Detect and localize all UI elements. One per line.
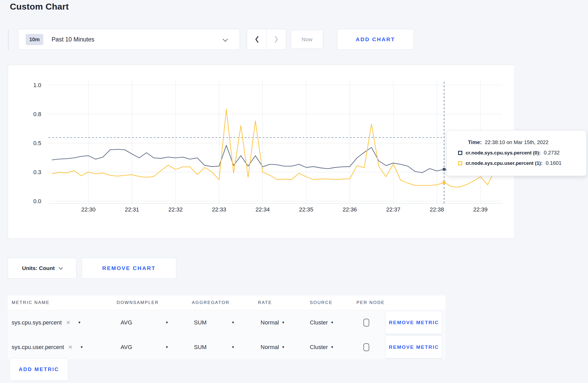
remove-metric-x-icon[interactable]: ✕	[66, 320, 71, 326]
downsampler-value: AVG	[121, 344, 132, 351]
remove-metric-button[interactable]: REMOVE METRIC	[385, 336, 443, 359]
tooltip-series-name: cr.node.sys.cpu.sys.percent (0):	[466, 150, 541, 156]
svg-text:22:35: 22:35	[299, 206, 313, 213]
series-sys-swatch-icon	[458, 151, 462, 155]
svg-text:22:36: 22:36	[342, 206, 357, 213]
svg-text:22:38: 22:38	[430, 206, 444, 213]
aggregator-select[interactable]: SUM ▼	[192, 344, 235, 351]
next-time-button[interactable]	[267, 29, 286, 49]
add-metric-button[interactable]: ADD METRIC	[10, 358, 68, 381]
caret-down-icon: ▼	[331, 321, 334, 324]
svg-text:22:30: 22:30	[81, 206, 95, 213]
col-header-rate: RATE	[258, 300, 310, 305]
now-button[interactable]: Now	[291, 30, 323, 49]
tooltip-time-value: 22:38:10 on Mar 15th, 2022	[485, 139, 549, 145]
col-header-metric-name: METRIC NAME	[12, 300, 117, 305]
chevron-down-icon	[223, 37, 228, 42]
source-select[interactable]: Cluster ▼	[310, 344, 334, 351]
table-row: sys.cpu.sys.percent ✕ ▼ AVG ▼ SUM ▼ Norm…	[8, 310, 445, 335]
svg-text:0.8: 0.8	[33, 111, 41, 117]
svg-text:22:39: 22:39	[473, 206, 487, 213]
remove-chart-button[interactable]: REMOVE CHART	[82, 258, 176, 279]
rate-value: Normal	[261, 344, 279, 351]
per-node-checkbox[interactable]	[363, 319, 369, 327]
svg-text:22:34: 22:34	[255, 206, 270, 213]
caret-down-icon: ▼	[165, 345, 169, 349]
tooltip-series-value: 0.2732	[544, 150, 559, 156]
svg-text:22:33: 22:33	[212, 206, 226, 213]
remove-metric-x-icon[interactable]: ✕	[68, 344, 73, 350]
units-dropdown[interactable]: Units: Count	[8, 258, 76, 279]
time-range-dropdown[interactable]: 10m Past 10 Minutes	[18, 29, 240, 50]
caret-down-icon: ▼	[282, 321, 285, 324]
col-header-per-node: PER NODE	[356, 300, 385, 305]
per-node-checkbox[interactable]	[363, 343, 369, 351]
metric-name-caret-icon[interactable]: ▼	[80, 345, 83, 349]
svg-text:22:31: 22:31	[125, 206, 139, 213]
add-chart-button[interactable]: ADD CHART	[337, 29, 414, 50]
svg-text:22:37: 22:37	[386, 206, 400, 213]
table-row: sys.cpu.user.percent ✕ ▼ AVG ▼ SUM ▼ Nor…	[8, 335, 445, 359]
metric-name-value[interactable]: sys.cpu.sys.percent	[12, 319, 62, 326]
aggregator-value: SUM	[194, 344, 207, 351]
metric-name-value[interactable]: sys.cpu.user.percent	[12, 344, 64, 351]
time-step-arrows	[247, 29, 286, 50]
source-select[interactable]: Cluster ▼	[310, 319, 334, 326]
downsampler-select[interactable]: AVG ▼	[117, 319, 169, 326]
caret-down-icon: ▼	[165, 321, 169, 324]
chart-card: 0.00.30.50.81.022:3022:3122:3222:3322:34…	[8, 65, 515, 238]
col-header-downsampler: DOWNSAMPLER	[117, 300, 192, 305]
tooltip-time-label: Time:	[468, 139, 482, 145]
chevron-right-icon	[274, 35, 279, 44]
downsampler-value: AVG	[121, 319, 132, 326]
downsampler-select[interactable]: AVG ▼	[117, 344, 169, 351]
time-range-label: Past 10 Minutes	[52, 36, 94, 43]
caret-down-icon: ▼	[331, 345, 334, 349]
tooltip-series-name: cr.node.sys.cpu.user.percent (1):	[466, 160, 543, 166]
rate-select[interactable]: Normal ▼	[258, 319, 285, 326]
aggregator-value: SUM	[194, 319, 207, 326]
chevron-down-icon	[59, 265, 63, 269]
series-user-swatch-icon	[458, 161, 462, 165]
metrics-table-header: METRIC NAME DOWNSAMPLER AGGREGATOR RATE …	[8, 295, 445, 310]
svg-text:22:32: 22:32	[168, 206, 183, 213]
rate-value: Normal	[261, 319, 279, 326]
col-header-source: SOURCE	[310, 300, 356, 305]
svg-text:1.0: 1.0	[33, 82, 41, 88]
rate-select[interactable]: Normal ▼	[258, 344, 285, 351]
svg-text:0.3: 0.3	[33, 169, 41, 175]
chevron-left-icon	[254, 35, 260, 44]
col-header-aggregator: AGGREGATOR	[192, 300, 258, 305]
remove-metric-button[interactable]: REMOVE METRIC	[385, 311, 443, 334]
prev-time-button[interactable]	[247, 29, 267, 49]
caret-down-icon: ▼	[231, 321, 235, 324]
caret-down-icon: ▼	[231, 345, 235, 349]
metrics-table: METRIC NAME DOWNSAMPLER AGGREGATOR RATE …	[8, 295, 445, 359]
time-range-badge: 10m	[26, 34, 43, 45]
aggregator-select[interactable]: SUM ▼	[192, 319, 235, 326]
chart-hover-tooltip: Time: 22:38:10 on Mar 15th, 2022 cr.node…	[446, 130, 586, 176]
tooltip-series-value: 0.1601	[546, 160, 562, 166]
caret-down-icon: ▼	[282, 345, 285, 349]
source-value: Cluster	[310, 344, 328, 351]
source-value: Cluster	[310, 319, 328, 326]
units-label: Units: Count	[22, 265, 55, 271]
toolbar-accent-divider	[8, 30, 9, 50]
page-title: Custom Chart	[10, 2, 69, 12]
custom-chart-plot[interactable]: 0.00.30.50.81.022:3022:3122:3222:3322:34…	[8, 65, 514, 238]
svg-text:0.5: 0.5	[33, 140, 41, 146]
metric-name-caret-icon[interactable]: ▼	[78, 321, 81, 324]
svg-text:0.0: 0.0	[33, 198, 41, 204]
